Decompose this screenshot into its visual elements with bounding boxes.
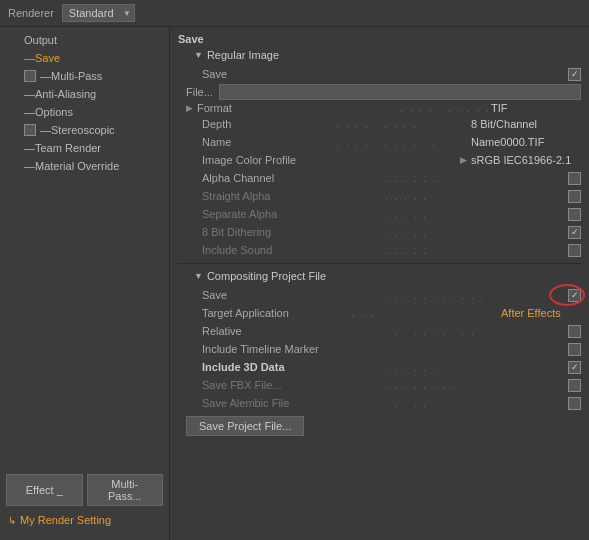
multipass-checkbox[interactable] xyxy=(24,70,36,82)
compositing-title: Compositing Project File xyxy=(207,270,326,282)
compositing-header[interactable]: ▼ Compositing Project File xyxy=(178,270,581,282)
include-3d-row: Include 3D Data . . . . . . xyxy=(178,358,581,376)
target-application-label: Target Application xyxy=(202,307,352,319)
format-dots: . . . . . . . . . . . xyxy=(391,103,491,114)
left-bottom: Effect _ Multi-Pass... ↳ My Render Setti… xyxy=(0,464,169,536)
name-row: Name . . . . . . . . . . . Name0000.TIF xyxy=(178,133,581,151)
renderer-wrapper[interactable]: Standard xyxy=(62,4,135,22)
name-label: Name xyxy=(202,136,337,148)
target-application-value: After Effects xyxy=(501,307,581,319)
file-label: File... xyxy=(186,86,213,98)
left-panel: Output —Save —Multi-Pass —Anti-Aliasing … xyxy=(0,27,170,540)
format-label: Format xyxy=(197,102,391,114)
regular-image-label: Regular Image xyxy=(207,49,279,61)
compositing-save-checkbox-wrapper xyxy=(568,289,581,302)
stereoscopic-checkbox[interactable] xyxy=(24,124,36,136)
alpha-channel-label: Alpha Channel xyxy=(202,172,385,184)
dithering-dots: . . . . . xyxy=(385,227,568,238)
my-render-label: My Render Setting xyxy=(20,514,111,526)
save-alembic-label: Save Alembic File xyxy=(202,397,385,409)
format-row: ▶ Format . . . . . . . . . . . TIF xyxy=(178,101,581,115)
compositing-triangle: ▼ xyxy=(194,271,203,281)
sidebar-item-output[interactable]: Output xyxy=(0,31,169,49)
relative-row: Relative . . . . . . . . . . xyxy=(178,322,581,340)
name-dots: . . . . . . . . . . . xyxy=(337,137,472,148)
depth-dots: . . . . . . . . . . xyxy=(337,119,472,130)
compositing-section: ▼ Compositing Project File Save . . . . … xyxy=(178,270,581,440)
format-triangle: ▶ xyxy=(186,103,193,113)
relative-checkbox[interactable] xyxy=(568,325,581,338)
multipass-button[interactable]: Multi-Pass... xyxy=(87,474,164,506)
save-checkbox[interactable] xyxy=(568,68,581,81)
straight-alpha-label: Straight Alpha xyxy=(202,190,385,202)
include-timeline-checkbox[interactable] xyxy=(568,343,581,356)
include-sound-checkbox[interactable] xyxy=(568,244,581,257)
save-alembic-checkbox[interactable] xyxy=(568,397,581,410)
include-3d-label: Include 3D Data xyxy=(202,361,385,373)
save-alembic-row: Save Alembic File . . . . . xyxy=(178,394,581,412)
main-container: Output —Save —Multi-Pass —Anti-Aliasing … xyxy=(0,27,589,540)
regular-image-header[interactable]: ▼ Regular Image xyxy=(178,49,581,61)
compositing-save-checkbox[interactable] xyxy=(568,289,581,302)
file-input[interactable] xyxy=(219,84,581,100)
compositing-save-dots: . . . . . . . . . . . xyxy=(385,290,568,301)
target-dots: . . . xyxy=(352,308,502,319)
save-fbx-checkbox[interactable] xyxy=(568,379,581,392)
compositing-save-row: Save . . . . . . . . . . . xyxy=(178,286,581,304)
include-3d-dots: . . . . . . xyxy=(385,362,568,373)
include-timeline-row: Include Timeline Marker xyxy=(178,340,581,358)
save-fbx-row: Save FBX File... . . . . . . . . xyxy=(178,376,581,394)
depth-row: Depth . . . . . . . . . . 8 Bit/Channel xyxy=(178,115,581,133)
separate-alpha-checkbox[interactable] xyxy=(568,208,581,221)
file-row: File... xyxy=(178,83,581,101)
include-timeline-label: Include Timeline Marker xyxy=(202,343,568,355)
alpha-channel-row: Alpha Channel . . . . . . xyxy=(178,169,581,187)
sidebar-item-stereoscopic[interactable]: —Stereoscopic xyxy=(0,121,169,139)
alpha-channel-checkbox[interactable] xyxy=(568,172,581,185)
target-application-row: Target Application . . . After Effects xyxy=(178,304,581,322)
include-sound-dots: . . . . . xyxy=(385,245,568,256)
sidebar-item-anti-aliasing[interactable]: —Anti-Aliasing xyxy=(0,85,169,103)
dithering-checkbox[interactable] xyxy=(568,226,581,239)
depth-label: Depth xyxy=(202,118,337,130)
regular-image-triangle: ▼ xyxy=(194,50,203,60)
save-row: Save xyxy=(178,65,581,83)
sidebar-item-team-render[interactable]: —Team Render xyxy=(0,139,169,157)
straight-alpha-checkbox[interactable] xyxy=(568,190,581,203)
include-sound-row: Include Sound . . . . . xyxy=(178,241,581,259)
color-profile-value: sRGB IEC61966-2.1 xyxy=(471,154,581,166)
save-project-button[interactable]: Save Project File... xyxy=(186,416,304,436)
sidebar-item-multipass[interactable]: —Multi-Pass xyxy=(0,67,169,85)
include-sound-label: Include Sound xyxy=(202,244,385,256)
bottom-buttons: Effect _ Multi-Pass... xyxy=(0,470,169,510)
separate-alpha-row: Separate Alpha . . . . . xyxy=(178,205,581,223)
dithering-row: 8 Bit Dithering . . . . . xyxy=(178,223,581,241)
right-panel: Save ▼ Regular Image Save File... ▶ Form… xyxy=(170,27,589,540)
my-render-setting[interactable]: ↳ My Render Setting xyxy=(0,510,169,530)
format-value: TIF xyxy=(491,102,581,114)
name-value: Name0000.TIF xyxy=(471,136,581,148)
effect-button[interactable]: Effect _ xyxy=(6,474,83,506)
save-alembic-dots: . . . . . xyxy=(385,398,568,409)
relative-dots: . . . . . . . . . . xyxy=(385,326,568,337)
save-fbx-label: Save FBX File... xyxy=(202,379,385,391)
straight-alpha-dots: . . . . . xyxy=(385,191,568,202)
relative-label: Relative xyxy=(202,325,385,337)
top-bar: Renderer Standard xyxy=(0,0,589,27)
straight-alpha-row: Straight Alpha . . . . . xyxy=(178,187,581,205)
depth-value: 8 Bit/Channel xyxy=(471,118,581,130)
sidebar-item-options[interactable]: —Options xyxy=(0,103,169,121)
include-3d-checkbox[interactable] xyxy=(568,361,581,374)
save-row-label: Save xyxy=(202,68,568,80)
dithering-label: 8 Bit Dithering xyxy=(202,226,385,238)
separate-alpha-dots: . . . . . xyxy=(385,209,568,220)
renderer-select[interactable]: Standard xyxy=(62,4,135,22)
save-section-title: Save xyxy=(178,33,581,45)
save-fbx-dots: . . . . . . . . xyxy=(385,380,568,391)
color-profile-label: Image Color Profile xyxy=(202,154,456,166)
renderer-label: Renderer xyxy=(8,7,54,19)
separate-alpha-label: Separate Alpha xyxy=(202,208,385,220)
sidebar-item-save[interactable]: —Save xyxy=(0,49,169,67)
compositing-save-label: Save xyxy=(202,289,385,301)
sidebar-item-material-override[interactable]: —Material Override xyxy=(0,157,169,175)
